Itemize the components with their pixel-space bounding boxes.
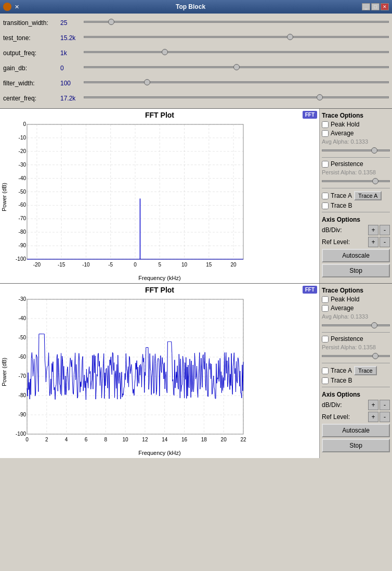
ref-level-plus-2[interactable]: +: [368, 412, 378, 422]
avg-alpha-label-1: Avg Alpha: 0.1333: [322, 138, 390, 145]
maximize-button[interactable]: □: [371, 3, 380, 10]
trace-options-title-2: Trace Options: [322, 287, 390, 294]
control-row-gain-db: gain_db: 0: [3, 61, 389, 75]
axis-options-title-1: Axis Options: [322, 216, 390, 223]
average-row-1: Average: [322, 130, 390, 137]
ref-level-row-1: Ref Level: + -: [322, 237, 390, 247]
autoscale-button-2[interactable]: Autoscale: [322, 424, 390, 437]
x-axis-label-2: Frequency (kHz): [0, 449, 319, 458]
avg-alpha-slider-1[interactable]: [322, 146, 390, 155]
db-div-plus-1[interactable]: +: [368, 225, 378, 235]
persistence-label-1: Persistence: [331, 160, 363, 168]
plot-area-2: FFT Plot FFT Power (dB) Frequency (kHz): [0, 284, 319, 458]
trace-a-row-2: Trace A Trace: [322, 366, 390, 375]
stop-button-2[interactable]: Stop: [322, 439, 390, 452]
trace-a-checkbox-1[interactable]: [322, 193, 329, 199]
gain-db-label: gain_db:: [3, 65, 60, 72]
axis-options-title-2: Axis Options: [322, 391, 390, 398]
trace-a-label-2: Trace A: [331, 367, 352, 374]
trace-b-checkbox-2[interactable]: [322, 377, 329, 384]
ref-level-label-2: Ref Level:: [322, 413, 350, 421]
stop-button-1[interactable]: Stop: [322, 264, 390, 277]
transition-width-value: 25: [60, 19, 84, 27]
trace-a-button-1[interactable]: Trace A: [354, 191, 382, 200]
persistence-checkbox-2[interactable]: [322, 336, 329, 342]
output-freq-slider[interactable]: [84, 48, 389, 56]
control-row-output-freq: output_freq: 1k: [3, 46, 389, 60]
peak-hold-label-1: Peak Hold: [331, 121, 359, 128]
test-tone-slider[interactable]: [84, 33, 389, 41]
db-div-row-2: dB/Div: + -: [322, 400, 390, 410]
ref-level-row-2: Ref Level: + -: [322, 412, 390, 422]
x-axis-label-1: Frequency (kHz): [0, 274, 319, 283]
db-div-label-2: dB/Div:: [322, 401, 342, 409]
trace-a-checkbox-2[interactable]: [322, 367, 329, 374]
transition-width-label: transition_width:: [3, 19, 60, 27]
gain-db-slider[interactable]: [84, 63, 389, 71]
plot-section-2: FFT Plot FFT Power (dB) Frequency (kHz) …: [0, 283, 392, 458]
db-div-label-1: dB/Div:: [322, 226, 342, 234]
peak-hold-label-2: Peak Hold: [331, 296, 359, 303]
average-label-1: Average: [331, 130, 354, 137]
filter-width-slider[interactable]: [84, 78, 389, 86]
persist-alpha-label-2: Persist Alpha: 0.1358: [322, 344, 390, 350]
db-div-minus-1[interactable]: -: [380, 225, 390, 235]
plot-title-1: FFT Plot: [0, 109, 319, 120]
persistence-label-2: Persistence: [331, 335, 363, 342]
trace-options-title-1: Trace Options: [322, 112, 390, 119]
test-tone-value: 15.2k: [60, 34, 84, 42]
avg-alpha-slider-2[interactable]: [322, 321, 390, 329]
ref-level-minus-2[interactable]: -: [380, 412, 390, 422]
average-label-2: Average: [331, 304, 354, 312]
fft-canvas-1: [8, 120, 247, 274]
autoscale-button-1[interactable]: Autoscale: [322, 249, 390, 262]
test-tone-label: test_tone:: [3, 34, 60, 42]
control-row-test-tone: test_tone: 15.2k: [3, 31, 389, 45]
trace-b-checkbox-1[interactable]: [322, 202, 329, 209]
plot-title-2: FFT Plot: [0, 284, 319, 295]
db-div-minus-2[interactable]: -: [380, 400, 390, 410]
ref-level-label-1: Ref Level:: [322, 238, 350, 246]
ref-level-plus-1[interactable]: +: [368, 237, 378, 247]
trace-b-row-2: Trace B: [322, 377, 390, 384]
average-checkbox-2[interactable]: [322, 305, 329, 312]
peak-hold-row-2: Peak Hold: [322, 296, 390, 303]
persist-alpha-slider-2[interactable]: [322, 352, 390, 360]
trace-a-label-1: Trace A: [331, 192, 352, 199]
side-panel-1: Trace Options Peak Hold Average Avg Alph…: [319, 109, 392, 283]
output-freq-value: 1k: [60, 49, 84, 57]
peak-hold-row-1: Peak Hold: [322, 121, 390, 128]
persist-alpha-label-1: Persist Alpha: 0.1358: [322, 169, 390, 175]
db-div-row-1: dB/Div: + -: [322, 225, 390, 235]
persistence-checkbox-1[interactable]: [322, 161, 329, 168]
filter-width-value: 100: [60, 80, 84, 87]
controls-area: transition_width: 25 test_tone: 15.2k ou…: [0, 14, 392, 108]
trace-a-row-1: Trace A Trace A: [322, 191, 390, 200]
avg-alpha-label-2: Avg Alpha: 0.1333: [322, 313, 390, 320]
persist-alpha-slider-1[interactable]: [322, 177, 390, 185]
y-axis-label-1: Power (dB): [0, 120, 8, 274]
plot-area-1: FFT Plot FFT Power (dB) Frequency (kHz): [0, 109, 319, 283]
fft-badge-2: FFT: [303, 286, 317, 294]
ref-level-minus-1[interactable]: -: [380, 237, 390, 247]
peak-hold-checkbox-2[interactable]: [322, 296, 329, 303]
minimize-button[interactable]: _: [362, 3, 370, 10]
trace-b-row-1: Trace B: [322, 202, 390, 209]
peak-hold-checkbox-1[interactable]: [322, 121, 329, 128]
average-row-2: Average: [322, 304, 390, 312]
center-freq-slider[interactable]: [84, 93, 389, 101]
y-axis-label-2: Power (dB): [0, 295, 8, 449]
filter-width-label: filter_width:: [3, 80, 60, 87]
close-button[interactable]: ✕: [381, 3, 389, 10]
trace-b-label-1: Trace B: [331, 202, 352, 209]
transition-width-slider[interactable]: [84, 18, 389, 26]
db-div-plus-2[interactable]: +: [368, 400, 378, 410]
fft-badge-1: FFT: [303, 111, 317, 119]
center-freq-value: 17.2k: [60, 95, 84, 102]
average-checkbox-1[interactable]: [322, 130, 329, 137]
app-icon: [3, 3, 11, 11]
trace-a-button-2[interactable]: Trace: [354, 366, 377, 375]
trace-b-label-2: Trace B: [331, 377, 352, 384]
gain-db-value: 0: [60, 65, 84, 72]
side-panel-2: Trace Options Peak Hold Average Avg Alph…: [319, 284, 392, 458]
